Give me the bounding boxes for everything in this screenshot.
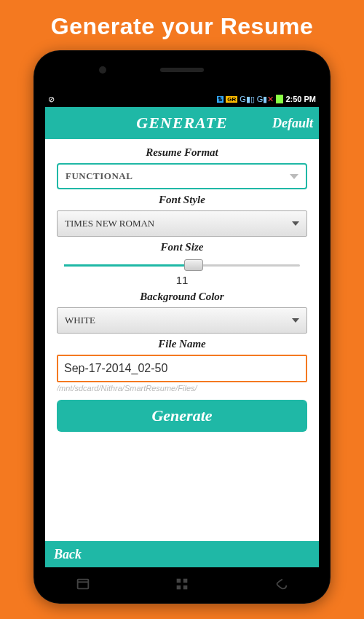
status-time: 2:50 PM <box>285 95 316 103</box>
background-color-select[interactable]: WHITE <box>57 307 307 334</box>
resume-format-value: FUNCTIONAL <box>66 170 132 182</box>
svg-rect-2 <box>177 579 181 583</box>
slider-fill <box>64 264 194 267</box>
background-color-value: WHITE <box>65 315 95 326</box>
font-size-slider[interactable] <box>64 259 300 271</box>
font-style-select[interactable]: TIMES NEW ROMAN <box>57 210 307 237</box>
app-bar: GENERATE Default <box>45 107 319 139</box>
home-icon[interactable] <box>174 576 190 592</box>
promo-title: Generate your Resume <box>51 13 313 40</box>
battery-icon <box>276 95 283 103</box>
back-icon[interactable] <box>273 576 289 592</box>
slider-track <box>64 264 300 267</box>
svg-rect-5 <box>183 586 188 590</box>
file-path-hint: /mnt/sdcard/Nithra/SmartResume/Files/ <box>57 384 307 393</box>
sim1-signal-icon: G▮▯ <box>240 95 255 104</box>
sim2-signal-icon: G▮✕ <box>257 95 274 104</box>
recent-apps-icon[interactable] <box>75 576 91 592</box>
network-icon: ⇅ <box>217 96 223 103</box>
background-color-label: Background Color <box>57 291 307 303</box>
resume-format-label: Resume Format <box>57 146 307 159</box>
generate-button[interactable]: Generate <box>57 400 307 432</box>
phone-speaker <box>160 68 204 72</box>
phone-frame: ⊘ ⇅ GR G▮▯ G▮✕ 2:50 PM GENERATE Default … <box>33 50 331 604</box>
back-button[interactable]: Back <box>54 547 82 562</box>
softkey-bar <box>33 576 331 592</box>
status-bar: ⊘ ⇅ GR G▮▯ G▮✕ 2:50 PM <box>45 91 319 107</box>
chevron-down-icon <box>292 318 299 323</box>
svg-rect-3 <box>183 579 188 583</box>
resume-format-select[interactable]: FUNCTIONAL <box>57 163 307 189</box>
file-name-input[interactable] <box>57 355 307 382</box>
footer-bar: Back <box>45 541 319 567</box>
default-button[interactable]: Default <box>272 116 313 131</box>
phone-camera <box>99 66 106 74</box>
no-icon: ⊘ <box>48 95 55 104</box>
svg-rect-0 <box>78 580 89 589</box>
file-name-label: File Name <box>57 338 307 350</box>
page-title: GENERATE <box>136 114 227 133</box>
chevron-down-icon <box>292 221 299 226</box>
chevron-down-icon <box>290 174 298 179</box>
screen: ⊘ ⇅ GR G▮▯ G▮✕ 2:50 PM GENERATE Default … <box>45 91 319 567</box>
slider-thumb[interactable] <box>184 259 203 271</box>
font-size-value: 11 <box>64 274 300 286</box>
form-content: Resume Format FUNCTIONAL Font Style TIME… <box>45 139 319 541</box>
svg-rect-4 <box>177 586 181 590</box>
font-style-value: TIMES NEW ROMAN <box>65 218 154 229</box>
font-size-label: Font Size <box>57 241 307 253</box>
gr-badge-icon: GR <box>226 96 237 103</box>
font-style-label: Font Style <box>57 194 307 206</box>
